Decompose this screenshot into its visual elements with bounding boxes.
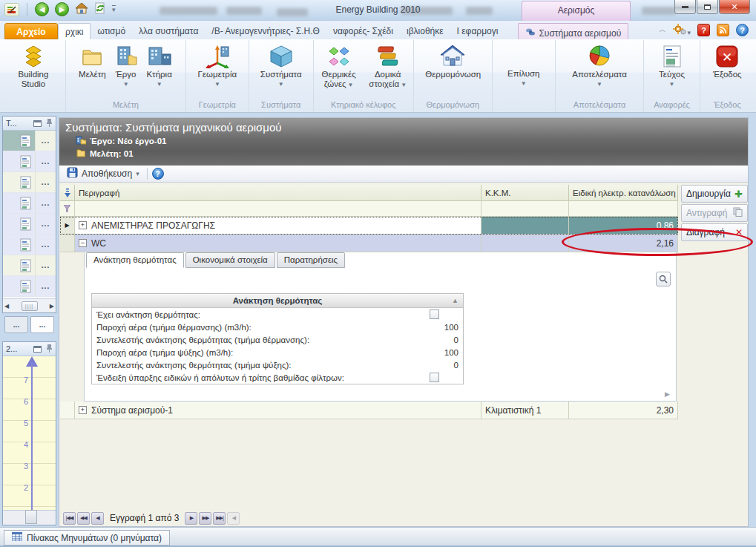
air-supply-heating-value[interactable]: 100 xyxy=(414,323,458,332)
nav-prev-icon[interactable]: ◀ xyxy=(91,512,104,525)
tab-other-systems[interactable]: λλα συστήματα xyxy=(132,23,205,39)
exit-button[interactable]: ✕ Έξοδος xyxy=(709,41,746,79)
scroll-left-icon[interactable]: ◀ xyxy=(4,303,9,309)
list-item-more-button[interactable]: ... xyxy=(36,193,56,213)
list-item-more-button[interactable]: ... xyxy=(36,172,56,192)
tab-reports-drawings[interactable]: ναφορές- Σχέδι xyxy=(326,23,400,39)
detail-tab-heat-recovery[interactable]: Ανάκτηση θερμότητας xyxy=(86,252,184,268)
row-consumption-cell[interactable]: 0,86 xyxy=(569,217,678,235)
dock-tab-2[interactable]: ... xyxy=(30,316,54,333)
nav-next-icon[interactable]: ▶ xyxy=(185,512,197,525)
tab-application[interactable]: Ι εφαρμογι xyxy=(450,23,505,39)
structural-elements-button[interactable]: Δομικά στοιχεία▼ xyxy=(364,41,412,90)
collapse-group-icon[interactable]: ▲ xyxy=(452,297,458,304)
collapse-ribbon-icon[interactable]: ︿ xyxy=(659,25,665,35)
scrollbar-thumb[interactable]: |||| xyxy=(22,301,38,311)
red-help-icon[interactable]: ? xyxy=(697,24,710,36)
tab-pv-wind[interactable]: /Β- Ανεμογεννήτριες- Σ.Η.Θ xyxy=(205,23,326,39)
nav-first-icon[interactable]: |◀◀ xyxy=(63,512,76,525)
groupbox-header[interactable]: Ανάκτηση θερμότητας▲ xyxy=(92,294,463,308)
row-description-cell[interactable]: −WC xyxy=(75,235,481,252)
list-item[interactable]: ... xyxy=(3,172,56,193)
list-item-more-button[interactable]: ... xyxy=(36,255,56,275)
rss-icon[interactable] xyxy=(717,24,729,36)
axis-preview-pane[interactable]: 7 6 5 4 3 2 xyxy=(3,356,56,510)
list-item-more-button[interactable]: ... xyxy=(36,214,56,234)
list-item[interactable]: ... xyxy=(3,193,56,214)
buildings-button[interactable]: Κτήρια ▼ xyxy=(142,41,177,88)
row-consumption-cell[interactable]: 2,30 xyxy=(569,402,678,419)
float-window-icon[interactable] xyxy=(33,346,42,353)
save-button[interactable]: Αποθήκευση ▾ xyxy=(64,166,142,182)
row-kkm-cell[interactable] xyxy=(481,217,569,235)
solve-button[interactable]: Επίλυση ▼ xyxy=(504,41,543,87)
pin-icon[interactable] xyxy=(46,344,53,354)
expand-icon[interactable]: + xyxy=(79,406,87,414)
list-item[interactable]: ... xyxy=(3,255,56,276)
detail-tab-economic[interactable]: Οικονομικά στοιχεία xyxy=(185,252,275,268)
building-studio-button[interactable]: Building Studio xyxy=(2,41,65,89)
list-item[interactable]: ... xyxy=(3,131,56,151)
detail-tab-notes[interactable]: Παρατηρήσεις xyxy=(277,252,345,268)
air-supply-cooling-value[interactable]: 100 xyxy=(414,348,458,357)
dock-horizontal-scrollbar[interactable]: ◀ |||| ▶ xyxy=(3,298,56,312)
list-item[interactable]: ... xyxy=(3,151,56,172)
help-icon[interactable]: ? xyxy=(736,24,749,36)
grid-row-fan[interactable]: ▶ +ΑΝΕΜΙΣΤΗΡΑΣ ΠΡΟΣΑΓΩΓΗΣ 0,86 xyxy=(60,217,678,235)
study-button[interactable]: Μελέτη xyxy=(75,41,110,79)
copy-button[interactable]: Αντιγραφή xyxy=(681,204,748,222)
nav-last-icon[interactable]: ▶▶| xyxy=(213,512,226,525)
list-item-more-button[interactable]: ... xyxy=(36,131,56,151)
tab-file[interactable]: Αρχείο xyxy=(4,23,58,39)
systems-button[interactable]: Συστήματα ▼ xyxy=(257,41,306,88)
list-item-more-button[interactable]: ... xyxy=(36,151,56,171)
tab-lighting[interactable]: ωτισμό xyxy=(91,23,132,39)
filter-cell-consumption[interactable] xyxy=(569,201,678,217)
maximize-button[interactable] xyxy=(697,0,718,14)
axis-pane-scroll[interactable] xyxy=(3,510,56,525)
special-filters-checkbox[interactable] xyxy=(430,373,439,382)
results-button[interactable]: Αποτελέσματα ▼ xyxy=(568,41,631,88)
nav-next-page-icon[interactable]: ▶▶ xyxy=(199,512,211,525)
list-item[interactable]: ... xyxy=(3,214,56,235)
issue-button[interactable]: Τεύχος ▼ xyxy=(655,41,688,88)
filter-cell-description[interactable] xyxy=(75,201,481,217)
column-header-kkm[interactable]: Κ.Κ.Μ. xyxy=(481,185,569,201)
list-item[interactable]: ... xyxy=(3,235,56,255)
minimize-button[interactable] xyxy=(674,0,696,14)
row-description-cell[interactable]: +ΑΝΕΜΙΣΤΗΡΑΣ ΠΡΟΣΑΓΩΓΗΣ xyxy=(75,217,481,235)
gear-icon[interactable]: ▾ xyxy=(672,23,691,37)
magnifier-button[interactable] xyxy=(656,272,671,286)
row-kkm-cell[interactable] xyxy=(481,235,569,252)
scrollbar-thumb[interactable] xyxy=(25,510,37,524)
filter-cell-kkm[interactable] xyxy=(481,201,569,217)
detail-expand-icon[interactable]: ▶ xyxy=(665,390,670,398)
row-consumption-cell[interactable]: 2,16 xyxy=(569,235,678,252)
thermal-zones-button[interactable]: Θερμικές ζώνες▼ xyxy=(315,41,364,90)
row-kkm-cell[interactable]: Κλιματιστική 1 xyxy=(481,402,569,419)
list-item-more-button[interactable]: ... xyxy=(36,276,56,296)
project-button[interactable]: Έργο ▼ xyxy=(110,41,142,88)
scroll-right-icon[interactable]: ▶ xyxy=(50,303,54,309)
delete-button[interactable]: Διαγραφή✕ xyxy=(681,223,748,241)
column-header-description[interactable]: Περιγραφή xyxy=(75,185,481,201)
list-item[interactable]: ... xyxy=(3,276,56,297)
list-item-more-button[interactable]: ... xyxy=(36,235,56,255)
recovery-coeff-heating-value[interactable]: 0 xyxy=(414,335,458,344)
grid-row-system1[interactable]: +Σύστημα αερισμού-1 Κλιματιστική 1 2,30 xyxy=(60,402,678,419)
tab-library[interactable]: ιβλιοθήκε xyxy=(400,23,450,39)
close-button[interactable]: ✕ xyxy=(719,0,750,14)
float-window-icon[interactable] xyxy=(33,120,42,127)
geometry-button[interactable]: Γεωμετρία ▼ xyxy=(194,41,240,88)
help-icon[interactable]: ? xyxy=(152,168,164,180)
expand-icon[interactable]: + xyxy=(79,221,87,229)
column-header-consumption[interactable]: Ειδική ηλεκτρ. κατανάλωση xyxy=(569,185,678,201)
insulation-button[interactable]: Θερμομόνωση xyxy=(421,41,484,79)
messages-panel-tab[interactable]: Πίνακας Μηνυμάτων (0 μηνύματα) xyxy=(4,530,170,546)
create-button[interactable]: Δημιουργία✚ xyxy=(681,185,748,203)
row-description-cell[interactable]: +Σύστημα αερισμού-1 xyxy=(75,402,481,419)
collapse-icon[interactable]: − xyxy=(79,239,87,247)
pin-icon[interactable] xyxy=(46,118,53,128)
nav-prev-page-icon[interactable]: ◀◀ xyxy=(77,512,90,525)
tab-home[interactable]: ρχικι xyxy=(58,23,91,39)
